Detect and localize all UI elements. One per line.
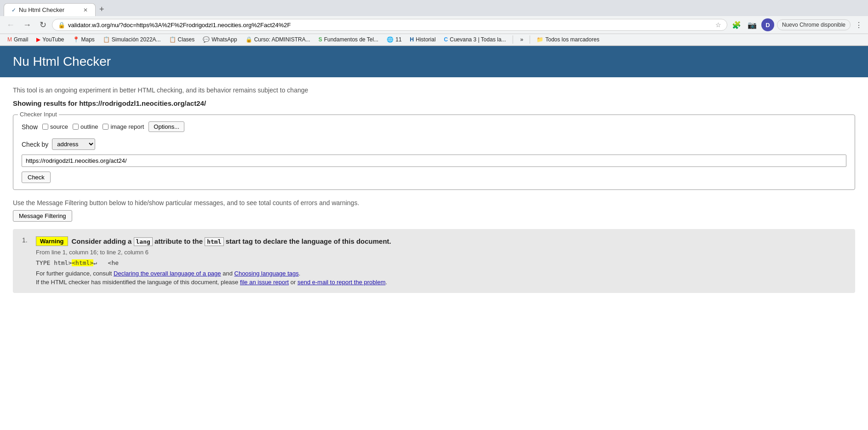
code-prefix: TYPE html> [36,259,72,266]
bookmark-curso-label: Curso: ADMINISTRA... [254,36,310,43]
simulacion-icon: 📋 [103,36,110,43]
misidentified-link2[interactable]: send e-mail to report the problem [297,279,385,286]
maps-icon: 📍 [73,36,80,43]
source-label: source [50,123,68,130]
image-report-checkbox[interactable] [103,124,108,130]
cuevana-icon: C [444,36,448,43]
bookmark-simulacion-label: Simulación 2022A... [112,36,161,43]
image-report-checkbox-label[interactable]: image report [103,123,144,130]
bookmark-curso[interactable]: 🔒 Curso: ADMINISTRA... [242,35,314,44]
message-filtering-btn[interactable]: Message Filtering [13,210,72,222]
check-by-select[interactable]: address file upload text input [52,138,95,150]
outline-checkbox-label[interactable]: outline [73,123,98,130]
intro-text: This tool is an ongoing experiment in be… [13,86,855,94]
check-by-label: Check by [22,141,48,148]
bookmark-gmail[interactable]: M Gmail [4,35,32,44]
guidance-link2[interactable]: Choosing language tags [234,270,299,277]
guidance-text3: . [299,270,301,277]
guidance-text: For further guidance, consult Declaring … [36,270,846,277]
guidance-link1[interactable]: Declaring the overall language of a page [114,270,221,277]
misidentified-text1: If the HTML checker has misidentified th… [36,279,238,286]
bookmark-simulacion[interactable]: 📋 Simulación 2022A... [99,35,165,44]
result-number: 1. [22,236,31,286]
code-highlight: <html> [72,259,93,266]
lang-code: lang [134,237,153,246]
tab-close-btn[interactable]: ✕ [83,7,88,13]
bookmark-fundamentos-label: Fundamentos de Tel... [324,36,379,43]
image-report-label: image report [110,123,144,130]
source-checkbox-label[interactable]: source [42,123,68,130]
result-message-line: Warning Consider adding a lang attribute… [36,236,846,246]
warning-badge: Warning [36,236,68,246]
bookmark-gmail-label: Gmail [14,36,28,43]
star-icon[interactable]: ☆ [715,21,721,29]
active-tab[interactable]: ✓ Nu Html Checker ✕ [4,3,96,16]
misidentified-text2: or [291,279,296,286]
globe-icon: 🌐 [387,36,394,43]
checker-input-label: Checker Input [18,111,59,118]
code-arrow: ↵ [93,259,97,266]
nu-header: Nu Html Checker [0,46,868,77]
bookmark-clases[interactable]: 📋 Clases [166,35,199,44]
whatsapp-icon: 💬 [203,36,210,43]
code-block: TYPE html><html>↵ <he [36,259,846,266]
back-btn[interactable]: ← [4,18,17,32]
nav-bar: ← → ↻ 🔒 ☆ 🧩 📷 D Nuevo Chrome disponible … [0,16,868,34]
msg-part2: attribute to the [154,237,203,245]
result-content: Warning Consider adding a lang attribute… [36,236,846,286]
tab-favicon: ✓ [11,7,16,13]
tab-title: Nu Html Checker [19,6,80,13]
bookmark-whatsapp-label: WhatsApp [211,36,237,43]
curso-icon: 🔒 [246,36,252,43]
page-title: Nu Html Checker [13,54,855,69]
result-item-1: 1. Warning Consider adding a lang attrib… [22,236,846,286]
bookmark-youtube-label: YouTube [42,36,64,43]
browser-chrome: ✓ Nu Html Checker ✕ + ← → ↻ 🔒 ☆ 🧩 📷 D Nu… [0,0,868,46]
bookmark-maps-label: Maps [81,36,95,43]
lock-icon: 🔒 [58,22,65,29]
historial-icon: H [410,36,414,43]
bookmarks-divider [513,35,513,44]
bookmark-youtube[interactable]: ▶ YouTube [33,35,68,44]
forward-btn[interactable]: → [20,18,34,32]
bookmark-maps[interactable]: 📍 Maps [69,35,98,44]
screenshot-btn[interactable]: 📷 [746,19,759,31]
new-tab-btn[interactable]: + [96,3,108,16]
extensions-btn[interactable]: 🧩 [730,19,743,31]
folder-icon: 📁 [537,36,543,43]
reload-btn[interactable]: ↻ [37,18,49,32]
misidentified-link1[interactable]: file an issue report [240,279,289,286]
checker-input-box: Checker Input Show source outline image … [13,115,855,190]
bookmark-fundamentos[interactable]: S Fundamentos de Tel... [315,35,383,44]
profile-btn[interactable]: D [761,18,774,31]
bookmarks-more-btn[interactable]: » [517,35,527,44]
misidentified-text3: . [385,279,387,286]
fundamentos-icon: S [319,36,322,43]
bookmark-historial-label: Historial [416,36,435,43]
filter-text: Use the Message Filtering button below t… [13,199,855,206]
bookmark-cuevana[interactable]: C Cuevana 3 | Todas la... [440,35,510,44]
youtube-icon: ▶ [36,36,40,43]
results-list: 1. Warning Consider adding a lang attrib… [22,236,846,286]
url-input[interactable] [22,155,846,167]
msg-part1: Consider adding a [72,237,132,245]
address-bar-wrap: 🔒 ☆ [52,19,727,31]
chrome-update-btn[interactable]: Nuevo Chrome disponible [777,19,851,30]
all-bookmarks-folder[interactable]: 📁 Todos los marcadores [533,35,603,44]
show-label: Show [22,123,38,131]
showing-results: Showing results for https://rodrigodzl1.… [13,99,855,107]
bookmark-historial[interactable]: H Historial [406,35,440,44]
clases-icon: 📋 [169,36,176,43]
bookmark-globe11[interactable]: 🌐 11 [383,35,405,44]
check-btn[interactable]: Check [22,172,51,183]
source-checkbox[interactable] [42,124,48,130]
menu-btn[interactable]: ⋮ [853,19,864,31]
show-row: Show source outline image report Options… [22,121,846,132]
guidance-text1: For further guidance, consult [36,270,112,277]
bookmark-whatsapp[interactable]: 💬 WhatsApp [199,35,240,44]
options-btn[interactable]: Options... [148,121,184,132]
gmail-icon: M [7,36,12,43]
result-message: Consider adding a lang attribute to the … [72,237,391,245]
address-input[interactable] [68,22,713,29]
outline-checkbox[interactable] [73,124,79,130]
